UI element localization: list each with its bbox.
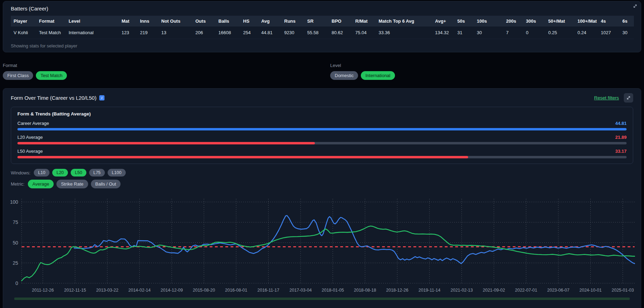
x-tick-label: 2011-12-26 [32, 288, 54, 293]
x-tick-label: 2015-08-20 [193, 288, 215, 293]
metric-label: Metric: [11, 181, 24, 187]
x-tick-label: 2016-11-17 [257, 288, 279, 293]
format-filter-group: Format First ClassTest Match [3, 63, 330, 80]
x-tick-label: 2025-01-03 [612, 288, 634, 293]
table-cell: 9230 [281, 27, 304, 39]
pill-l20[interactable]: L20 [52, 169, 68, 176]
y-tick-label: 50 [13, 240, 18, 246]
trend-value: 33.17 [615, 149, 627, 154]
trend-row-career-average: Career Average44.81 [17, 121, 627, 130]
pill-test-match[interactable]: Test Match [36, 71, 67, 80]
batters-card-title: Batters (Career) [11, 6, 633, 12]
windows-pill-row: L10L20L50L75L100 [34, 169, 125, 176]
x-tick-label: 2023-06-07 [547, 288, 569, 293]
trend-row-l20-average: L20 Average21.89 [17, 135, 627, 144]
batters-table-header-row: PlayerFormatLevelMatInnsNot OutsOutsBall… [11, 16, 634, 27]
table-cell: 206 [193, 27, 216, 39]
trend-row-l50-average: L50 Average33.17 [17, 149, 627, 158]
form-over-time-card: Form Over Time (Career vs L20/L50) i Res… [3, 88, 641, 308]
x-tick-label: 2014-02-14 [129, 288, 151, 293]
column-header-bpo: BPO [329, 16, 352, 27]
table-cell: 1027 [598, 27, 620, 39]
form-card-title: Form Over Time (Career vs L20/L50) [11, 95, 96, 101]
column-header-50s: 50s [455, 16, 474, 27]
column-header-runs: Runs [281, 16, 304, 27]
table-cell: 0 [523, 27, 545, 39]
table-cell: 0.25 [545, 27, 575, 39]
column-header-100s: 100s [474, 16, 503, 27]
x-tick-label: 2021-09-02 [483, 288, 505, 293]
next-section-cutoff [14, 298, 630, 300]
trend-label: Career Average [17, 121, 49, 126]
pill-l50[interactable]: L50 [71, 169, 86, 176]
x-tick-label: 2016-08-01 [225, 288, 247, 293]
pill-l10[interactable]: L10 [34, 169, 49, 176]
trend-bar-fill [17, 128, 627, 130]
table-cell: 31 [455, 27, 474, 39]
table-cell: 30 [474, 27, 503, 39]
x-tick-label: 2024-10-01 [580, 288, 602, 293]
column-header-not-outs: Not Outs [158, 16, 193, 27]
x-tick-label: 2018-01-05 [322, 288, 344, 293]
windows-control-row: Windows: L10L20L50L75L100 [11, 169, 633, 176]
table-cell: 55.58 [304, 27, 329, 39]
expand-chart-button[interactable] [624, 93, 633, 103]
table-row[interactable]: V KohliTest MatchInternational1232191320… [11, 27, 634, 39]
format-pill-row: First ClassTest Match [3, 71, 330, 80]
pill-balls-out[interactable]: Balls / Out [91, 180, 121, 188]
level-filter-group: Level DomesticInternational [330, 63, 641, 80]
series-line-l20-average [74, 216, 635, 264]
info-icon[interactable]: i [99, 95, 104, 100]
pill-average[interactable]: Average [28, 180, 54, 188]
series-line-l50-average [22, 226, 635, 281]
form-trends-panel: Form & Trends (Batting Average) Career A… [11, 107, 633, 164]
column-header-balls: Balls [216, 16, 240, 27]
table-cell: V Kohli [11, 27, 36, 39]
column-header-player: Player [11, 16, 36, 27]
column-header-sr: SR [304, 16, 329, 27]
table-cell: 123 [119, 27, 137, 39]
table-cell: 30 [620, 27, 634, 39]
trends-rows: Career Average44.81L20 Average21.89L50 A… [17, 121, 627, 158]
table-cell: 134.32 [432, 27, 455, 39]
trend-bar-track [17, 156, 627, 158]
x-tick-label: 2014-12-09 [161, 288, 183, 293]
y-tick-label: 100 [10, 199, 18, 205]
pill-l75[interactable]: L75 [89, 169, 105, 176]
pill-international[interactable]: International [361, 71, 395, 80]
column-header-mat: Mat [119, 16, 137, 27]
trend-bar-track [17, 142, 627, 144]
table-footnote: Showing stats for selected player [11, 43, 633, 48]
filters-section: Format First ClassTest Match Level Domes… [0, 52, 644, 80]
y-tick-label: 75 [13, 219, 18, 225]
x-tick-label: 2018-12-26 [386, 288, 409, 293]
table-cell: 80.62 [329, 27, 352, 39]
pill-l100[interactable]: L100 [108, 169, 126, 176]
trend-bar-track [17, 128, 627, 130]
table-cell: 33.36 [376, 27, 432, 39]
trend-label: L20 Average [17, 135, 43, 140]
pill-strike-rate[interactable]: Strike Rate [56, 180, 88, 188]
level-filter-label: Level [330, 63, 641, 68]
trend-label: L50 Average [17, 149, 43, 154]
expand-icon[interactable] [633, 4, 637, 8]
pill-domestic[interactable]: Domestic [330, 71, 358, 80]
x-tick-label: 2018-08-18 [354, 288, 376, 293]
column-header-inns: Inns [137, 16, 158, 27]
pill-first-class[interactable]: First Class [3, 71, 33, 80]
column-header-avg: Avg [258, 16, 281, 27]
x-tick-label: 2012-11-15 [64, 288, 86, 293]
column-header-100-mat: 100+/Mat [575, 16, 598, 27]
table-cell: 44.81 [258, 27, 281, 39]
y-tick-label: 0 [15, 280, 18, 286]
metric-pill-row: AverageStrike RateBalls / Out [28, 180, 121, 188]
x-tick-label: 2019-11-14 [418, 288, 440, 293]
x-tick-label: 2017-03-04 [289, 288, 312, 293]
column-header-level: Level [66, 16, 119, 27]
reset-filters-link[interactable]: Reset filters [594, 95, 619, 100]
trend-bar-fill [17, 156, 468, 158]
column-header-6s: 6s [620, 16, 634, 27]
metric-control-row: Metric: AverageStrike RateBalls / Out [11, 180, 633, 188]
trend-bar-fill [17, 142, 315, 144]
form-card-header: Form Over Time (Career vs L20/L50) i Res… [11, 93, 633, 103]
